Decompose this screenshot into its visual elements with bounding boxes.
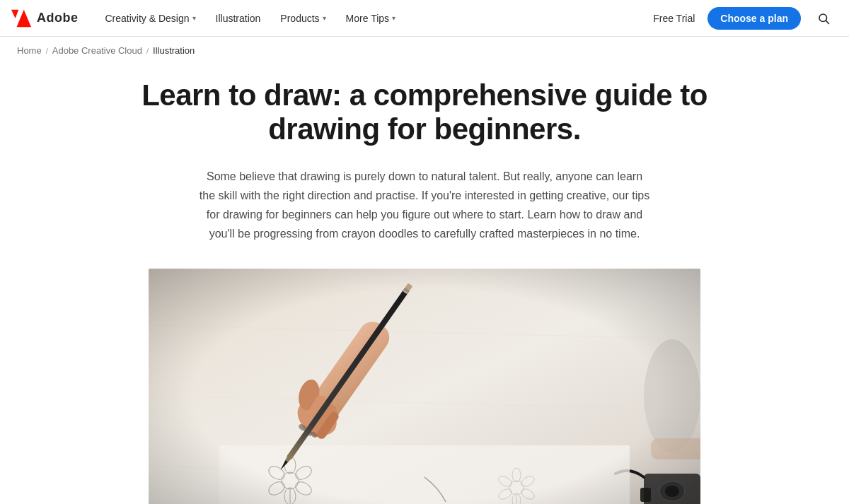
svg-marker-0 xyxy=(16,9,31,26)
nav-links: Creativity & Design ▾ Illustration Produ… xyxy=(96,0,644,37)
navbar: Adobe Creativity & Design ▾ Illustration… xyxy=(0,0,849,37)
adobe-logo-icon xyxy=(11,8,31,28)
hero-image xyxy=(149,269,700,504)
svg-line-3 xyxy=(826,20,828,23)
nav-illustration[interactable]: Illustration xyxy=(206,0,271,37)
main-content: Learn to draw: a comprehensive guide to … xyxy=(106,64,743,504)
chevron-down-icon: ▾ xyxy=(392,14,395,22)
breadcrumb-creative-cloud[interactable]: Adobe Creative Cloud xyxy=(52,45,142,56)
breadcrumb-home[interactable]: Home xyxy=(17,45,42,56)
chevron-down-icon: ▾ xyxy=(192,14,196,22)
breadcrumb-current: Illustration xyxy=(153,45,195,56)
svg-marker-1 xyxy=(11,9,18,18)
hero-illustration xyxy=(149,269,700,504)
search-icon xyxy=(817,12,830,25)
chevron-down-icon: ▾ xyxy=(323,14,326,22)
nav-creativity-design[interactable]: Creativity & Design ▾ xyxy=(96,0,206,37)
brand-name: Adobe xyxy=(37,11,79,25)
breadcrumb-separator: / xyxy=(46,47,48,55)
search-button[interactable] xyxy=(809,4,838,33)
page-title: Learn to draw: a comprehensive guide to … xyxy=(123,78,726,147)
svg-rect-46 xyxy=(149,269,700,504)
nav-more-tips[interactable]: More Tips ▾ xyxy=(336,0,405,37)
free-trial-link[interactable]: Free Trial xyxy=(643,0,705,37)
logo-area[interactable]: Adobe xyxy=(11,8,79,28)
nav-products[interactable]: Products ▾ xyxy=(270,0,335,37)
nav-actions: Free Trial Choose a plan xyxy=(643,0,838,37)
breadcrumb: Home / Adobe Creative Cloud / Illustrati… xyxy=(0,37,849,64)
choose-plan-button[interactable]: Choose a plan xyxy=(708,7,801,30)
breadcrumb-separator: / xyxy=(146,47,149,55)
page-subtitle: Some believe that drawing is purely down… xyxy=(198,167,651,244)
